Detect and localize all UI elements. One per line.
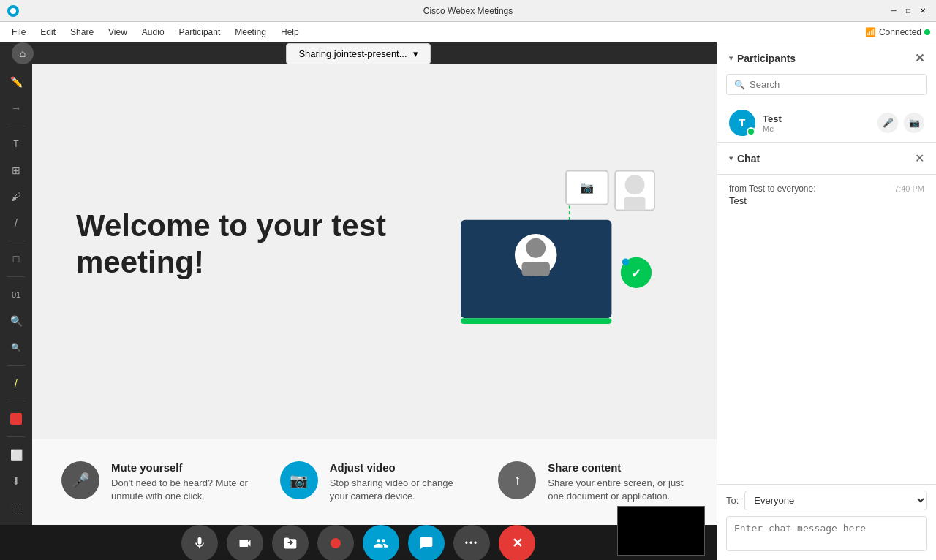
- search-input[interactable]: [750, 79, 919, 90]
- mute-button[interactable]: [181, 525, 218, 560]
- host-badge: [747, 127, 755, 136]
- window-controls[interactable]: ─ □ ✕: [888, 5, 929, 17]
- save-tool[interactable]: ⬇: [4, 469, 28, 493]
- chat-message-meta: from Test to everyone: 7:40 PM: [729, 183, 924, 194]
- avatar-initial: T: [739, 117, 746, 129]
- page-number: 01: [4, 283, 28, 306]
- chat-button[interactable]: [408, 525, 445, 560]
- video-heading: Adjust video: [330, 461, 469, 474]
- eraser-tool[interactable]: ⬜: [4, 443, 28, 466]
- toolbar-separator-6: [7, 436, 25, 437]
- brush-tool[interactable]: 🖌: [4, 185, 28, 208]
- toolbar-separator-5: [7, 401, 25, 401]
- more-tool[interactable]: ⋮⋮: [4, 496, 28, 519]
- text-tool[interactable]: T: [4, 132, 28, 156]
- arrow-tool[interactable]: →: [4, 97, 28, 120]
- menu-view[interactable]: View: [102, 24, 133, 40]
- close-chat-button[interactable]: ✕: [915, 151, 924, 165]
- svg-point-0: [10, 8, 16, 14]
- zoom-out-tool[interactable]: 🔍: [4, 336, 28, 359]
- participants-section: ▾ Participants ✕ 🔍 T Test Me: [717, 42, 936, 143]
- window-title: Cisco Webex Meetings: [423, 6, 513, 16]
- bottom-controls: ••• ✕: [0, 525, 717, 560]
- video-desc: Stop sharing video or change your camera…: [330, 477, 469, 503]
- chat-message: from Test to everyone: 7:40 PM Test: [729, 183, 924, 206]
- share-button[interactable]: [272, 525, 309, 560]
- end-call-button[interactable]: ✕: [499, 525, 535, 560]
- chat-footer: To: Everyone: [717, 484, 936, 560]
- pencil-tool[interactable]: ✏️: [4, 70, 28, 94]
- menu-participant[interactable]: Participant: [173, 24, 227, 40]
- participant-name: Test: [763, 113, 782, 124]
- close-button[interactable]: ✕: [917, 5, 929, 17]
- highlight-tool[interactable]: /: [4, 371, 28, 395]
- mute-text: Mute yourself Don't need to be heard? Mu…: [111, 461, 251, 503]
- rectangle-tool[interactable]: □: [4, 247, 28, 270]
- participant-role: Me: [763, 124, 782, 133]
- slide-illustration: 📷: [424, 164, 673, 339]
- video-button[interactable]: [227, 525, 263, 560]
- connected-label: Connected: [879, 27, 921, 37]
- left-panel: ⌂ Sharing jointest-present... ▾ ✏️ → T ⊞…: [0, 42, 717, 560]
- chat-collapse-chevron[interactable]: ▾: [729, 154, 733, 162]
- chat-to-row: To: Everyone: [726, 491, 927, 510]
- restore-button[interactable]: □: [902, 5, 914, 17]
- chat-message-input[interactable]: [726, 516, 927, 551]
- top-bar: ⌂ Sharing jointest-present... ▾: [0, 42, 717, 64]
- color-red-tool[interactable]: [4, 407, 28, 431]
- participant-mute-button[interactable]: 🎤: [878, 113, 898, 133]
- instruction-share: ↑ Share content Share your entire screen…: [498, 461, 687, 503]
- slide-title: Welcome to your test meeting!: [76, 208, 424, 281]
- mute-heading: Mute yourself: [111, 461, 251, 474]
- home-button[interactable]: ⌂: [12, 42, 34, 64]
- share-desc: Share your entire screen, or just one do…: [548, 477, 687, 503]
- slide-text: Welcome to your test meeting!: [76, 208, 424, 296]
- close-participants-button[interactable]: ✕: [915, 51, 924, 65]
- menu-audio[interactable]: Audio: [136, 24, 170, 40]
- toolbar-separator-3: [7, 276, 25, 277]
- mute-desc: Don't need to be heard? Mute or unmute w…: [111, 477, 251, 503]
- menu-share[interactable]: Share: [64, 24, 99, 40]
- video-text: Adjust video Stop sharing video or chang…: [330, 461, 469, 503]
- participants-button[interactable]: [363, 525, 399, 560]
- participant-info: T Test Me: [729, 110, 782, 136]
- sharing-label: Sharing jointest-present...: [298, 48, 407, 59]
- chevron-down-icon: ▾: [413, 48, 418, 59]
- record-button[interactable]: [317, 525, 354, 560]
- more-button[interactable]: •••: [453, 525, 490, 560]
- participant-controls: 🎤 📷: [878, 113, 924, 133]
- menu-help[interactable]: Help: [275, 24, 305, 40]
- share-heading: Share content: [548, 461, 687, 474]
- chat-section: ▾ Chat ✕ from Test to everyone: 7:40 PM …: [717, 143, 936, 560]
- chat-messages: from Test to everyone: 7:40 PM Test: [717, 175, 936, 484]
- video-icon: 📷: [280, 461, 318, 499]
- share-icon: ↑: [498, 461, 536, 499]
- toolbar-separator-4: [7, 365, 25, 366]
- menu-file[interactable]: File: [6, 24, 31, 40]
- chat-from: from Test to everyone:: [729, 183, 816, 194]
- svg-rect-11: [522, 262, 550, 276]
- search-icon: 🔍: [734, 80, 745, 90]
- line-tool[interactable]: /: [4, 211, 28, 235]
- slide-area: Welcome to your test meeting! 📷: [32, 64, 717, 525]
- content-area: ✏️ → T ⊞ 🖌 / □ 01 🔍 🔍 / ⬜: [0, 64, 717, 525]
- menu-edit[interactable]: Edit: [34, 24, 61, 40]
- collapse-chevron[interactable]: ▾: [729, 54, 733, 62]
- svg-rect-12: [461, 319, 611, 325]
- grid-tool[interactable]: ⊞: [4, 159, 28, 182]
- participants-header-left: ▾ Participants: [729, 53, 796, 64]
- zoom-in-tool[interactable]: 🔍: [4, 309, 28, 333]
- connected-badge: 📶 Connected: [865, 27, 930, 37]
- menu-meeting[interactable]: Meeting: [229, 24, 272, 40]
- chat-recipient-select[interactable]: Everyone: [744, 491, 927, 510]
- sharing-dropdown[interactable]: Sharing jointest-present... ▾: [286, 43, 430, 64]
- self-view: [617, 506, 705, 556]
- instruction-video: 📷 Adjust video Stop sharing video or cha…: [280, 461, 469, 503]
- menu-bar: File Edit Share View Audio Participant M…: [0, 22, 936, 42]
- minimize-button[interactable]: ─: [888, 5, 899, 17]
- main-layout: ⌂ Sharing jointest-present... ▾ ✏️ → T ⊞…: [0, 42, 936, 560]
- participants-label: Participants: [737, 53, 796, 64]
- participant-video-button[interactable]: 📷: [904, 113, 924, 133]
- left-toolbar: ✏️ → T ⊞ 🖌 / □ 01 🔍 🔍 / ⬜: [0, 64, 32, 525]
- slide-content: Welcome to your test meeting! 📷: [32, 64, 717, 439]
